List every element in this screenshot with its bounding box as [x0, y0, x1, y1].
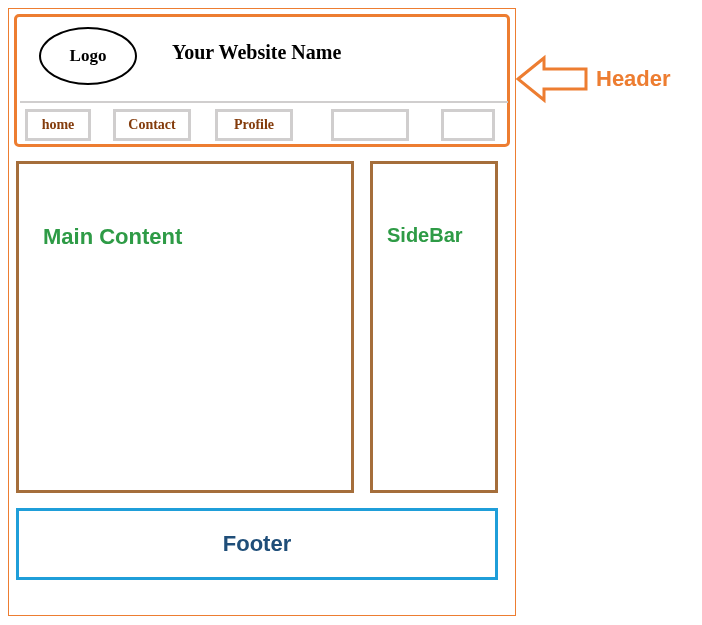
arrow-left-icon: [516, 54, 588, 104]
site-title: Your Website Name: [172, 41, 341, 64]
nav-divider: [20, 101, 508, 103]
logo-label: Logo: [70, 46, 107, 66]
sidebar-region: SideBar: [370, 161, 498, 493]
main-content-region: Main Content: [16, 161, 354, 493]
main-content-label: Main Content: [43, 224, 182, 250]
nav-item-home[interactable]: home: [25, 109, 91, 141]
callout-header-label: Header: [596, 66, 671, 92]
sidebar-label: SideBar: [387, 224, 463, 247]
nav-item-profile[interactable]: Profile: [215, 109, 293, 141]
nav-item-placeholder-2[interactable]: [441, 109, 495, 141]
nav-item-contact[interactable]: Contact: [113, 109, 191, 141]
footer-region: Footer: [16, 508, 498, 580]
footer-label: Footer: [223, 531, 291, 557]
logo-placeholder: Logo: [39, 27, 137, 85]
nav-item-placeholder-1[interactable]: [331, 109, 409, 141]
header-region: Logo Your Website Name home Contact Prof…: [14, 14, 510, 147]
